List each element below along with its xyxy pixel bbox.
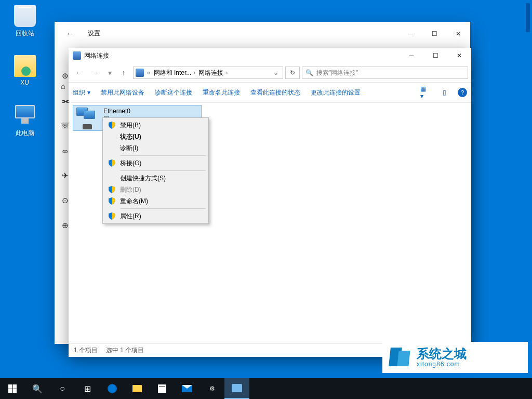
- address-bar-row: ← → ▾ ↑ « 网络和 Inter... › 网络连接 › ⌄ ↻ 🔍: [69, 63, 471, 82]
- organize-menu[interactable]: 组织 ▾: [73, 88, 90, 97]
- ctx-rename[interactable]: 重命名(M): [104, 195, 207, 207]
- task-view-button[interactable]: ⊞: [75, 378, 100, 399]
- watermark-logo-icon: [388, 345, 411, 369]
- ctx-bridge[interactable]: 桥接(G): [104, 157, 207, 169]
- shield-icon: [108, 121, 116, 129]
- ctx-separator: [120, 155, 206, 156]
- breadcrumb-segment-1[interactable]: 网络和 Inter... ›: [154, 69, 196, 77]
- watermark-url: xitong86.com: [417, 361, 523, 368]
- help-button[interactable]: ?: [458, 88, 467, 97]
- network-window-titlebar[interactable]: 网络连接 ─ ☐ ✕: [69, 48, 471, 63]
- search-button[interactable]: 🔍: [25, 378, 50, 399]
- breadcrumb-prefix: «: [147, 69, 151, 76]
- address-folder-icon: [136, 69, 144, 77]
- this-pc-icon: [14, 105, 36, 127]
- settings-titlebar[interactable]: ← 设置 ─ ☐ ✕: [55, 22, 470, 45]
- nav-forward-button: →: [88, 65, 103, 80]
- folder-xu-label: XU: [5, 79, 44, 86]
- recycle-bin-label: 回收站: [5, 29, 44, 38]
- close-button[interactable]: ✕: [447, 48, 471, 63]
- rename-link[interactable]: 重命名此连接: [203, 88, 240, 97]
- settings-title: 设置: [88, 29, 100, 38]
- shield-icon: [108, 212, 116, 220]
- edge-icon: [108, 384, 117, 393]
- diagnose-link[interactable]: 诊断这个连接: [155, 88, 192, 97]
- nav-back-button[interactable]: ←: [72, 65, 86, 80]
- selected-count: 选中 1 个项目: [106, 346, 144, 355]
- address-dropdown[interactable]: ⌄: [271, 69, 281, 76]
- control-panel-icon: [232, 384, 242, 392]
- shield-icon: [108, 159, 116, 167]
- item-count: 1 个项目: [74, 346, 98, 355]
- taskbar-settings[interactable]: ⚙: [200, 378, 224, 399]
- view-status-link[interactable]: 查看此连接的状态: [250, 88, 300, 97]
- ctx-disable[interactable]: 禁用(B): [104, 119, 207, 131]
- ctx-status[interactable]: 状态(U): [104, 131, 207, 142]
- search-box[interactable]: 🔍: [302, 66, 468, 79]
- disable-device-link[interactable]: 禁用此网络设备: [101, 88, 144, 97]
- taskbar: 🔍 ○ ⊞ ⚙: [0, 378, 532, 399]
- chevron-right-icon: ›: [193, 69, 195, 76]
- command-toolbar: 组织 ▾ 禁用此网络设备 诊断这个连接 重命名此连接 查看此连接的状态 更改此连…: [69, 82, 471, 103]
- view-options-button[interactable]: ▦ ▾: [420, 87, 431, 98]
- folder-icon: [14, 55, 36, 77]
- change-settings-link[interactable]: 更改此连接的设置: [311, 88, 361, 97]
- chevron-right-icon: ›: [225, 69, 228, 76]
- nav-recent-dropdown[interactable]: ▾: [105, 65, 114, 80]
- nav-up-button[interactable]: ↑: [116, 65, 131, 80]
- windows-icon: [8, 384, 17, 393]
- taskbar-file-explorer[interactable]: [125, 378, 150, 399]
- ctx-diagnose[interactable]: 诊断(I): [104, 142, 207, 154]
- minimize-button[interactable]: ─: [400, 48, 423, 63]
- shield-icon: [108, 197, 116, 205]
- taskbar-edge[interactable]: [100, 378, 125, 399]
- watermark: 系统之城 xitong86.com: [382, 342, 528, 373]
- cortana-button[interactable]: ○: [50, 378, 75, 399]
- shield-icon: [108, 185, 116, 194]
- watermark-title: 系统之城: [417, 347, 523, 361]
- store-icon: [158, 384, 166, 393]
- search-input[interactable]: [316, 69, 464, 76]
- preview-pane-button[interactable]: ▯: [439, 87, 449, 98]
- minimize-button[interactable]: ─: [398, 25, 422, 42]
- close-button[interactable]: ✕: [446, 25, 470, 42]
- search-icon: 🔍: [305, 69, 313, 76]
- taskbar-store[interactable]: [150, 378, 175, 399]
- desktop-icon-this-pc[interactable]: 此电脑: [5, 105, 44, 138]
- ctx-delete: 删除(D): [104, 184, 207, 195]
- taskbar-control-panel[interactable]: [224, 378, 249, 399]
- network-window-title: 网络连接: [84, 51, 109, 60]
- ctx-separator: [120, 208, 206, 209]
- ethernet-icon: [76, 108, 98, 129]
- maximize-button[interactable]: ☐: [423, 48, 447, 63]
- folder-icon: [132, 385, 142, 392]
- back-button[interactable]: ←: [59, 22, 82, 45]
- maximize-button[interactable]: ☐: [422, 25, 446, 42]
- chevron-down-icon: ▾: [87, 89, 90, 96]
- address-bar[interactable]: « 网络和 Inter... › 网络连接 › ⌄: [133, 66, 283, 79]
- refresh-button[interactable]: ↻: [285, 66, 300, 79]
- ctx-properties[interactable]: 属性(R): [104, 210, 207, 222]
- breadcrumb-segment-2[interactable]: 网络连接 ›: [198, 69, 228, 77]
- this-pc-label: 此电脑: [5, 129, 44, 138]
- desktop-icon-folder-xu[interactable]: XU: [5, 55, 44, 86]
- start-button[interactable]: [0, 378, 25, 399]
- recycle-bin-icon: [14, 5, 36, 27]
- context-menu: 禁用(B) 状态(U) 诊断(I) 桥接(G) 创建快捷方式(S) 删除(D) …: [102, 117, 209, 224]
- connection-name: Ethernet0: [103, 108, 130, 115]
- taskbar-mail[interactable]: [175, 378, 200, 399]
- gear-icon: ⚙: [209, 385, 215, 392]
- mail-icon: [182, 385, 192, 392]
- right-edge-indicator: [526, 3, 530, 32]
- ctx-separator: [120, 170, 206, 171]
- network-window-icon: [73, 51, 81, 60]
- ctx-shortcut[interactable]: 创建快捷方式(S): [104, 172, 207, 184]
- desktop-icon-recycle-bin[interactable]: 回收站: [5, 5, 44, 38]
